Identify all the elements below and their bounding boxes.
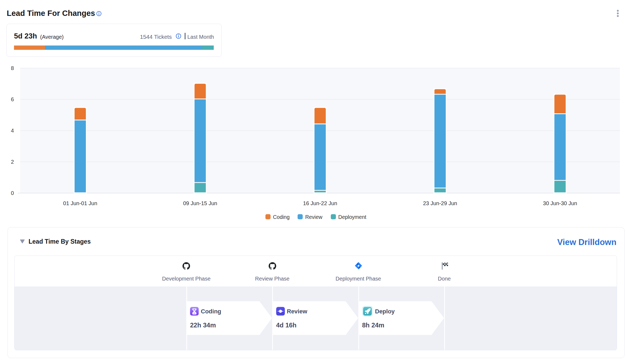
- svg-text:8: 8: [11, 65, 14, 71]
- svg-text:30 Jun-30 Jun: 30 Jun-30 Jun: [543, 200, 577, 206]
- svg-text:4: 4: [11, 128, 14, 134]
- svg-text:2: 2: [11, 159, 14, 165]
- svg-text:0: 0: [11, 190, 14, 196]
- svg-text:01 Jun-01 Jun: 01 Jun-01 Jun: [63, 200, 97, 206]
- svg-text:6: 6: [11, 96, 14, 102]
- svg-text:Deployment: Deployment: [338, 214, 367, 220]
- svg-text:09 Jun-15 Jun: 09 Jun-15 Jun: [183, 200, 217, 206]
- svg-text:Coding: Coding: [273, 214, 290, 220]
- svg-text:16 Jun-22 Jun: 16 Jun-22 Jun: [303, 200, 337, 206]
- svg-text:23 Jun-29 Jun: 23 Jun-29 Jun: [423, 200, 457, 206]
- svg-text:Review: Review: [305, 214, 323, 220]
